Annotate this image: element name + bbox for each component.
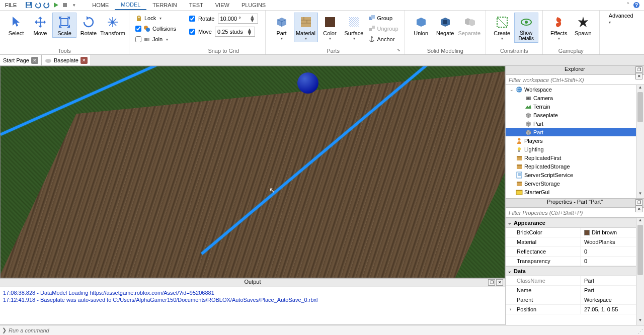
color-button[interactable]: Color▾ — [318, 13, 342, 42]
tab-view[interactable]: VIEW — [209, 0, 235, 10]
close-icon[interactable]: ✕ — [635, 73, 642, 79]
spinner-icon[interactable]: ▲▼ — [247, 28, 253, 35]
separate-button[interactable]: Separate — [457, 13, 481, 38]
snap-move-checkbox[interactable] — [189, 29, 195, 35]
property-row[interactable]: NamePart — [506, 286, 644, 295]
effects-button[interactable]: Effects▾ — [547, 13, 571, 42]
collapse-ribbon-icon[interactable]: ⌃ — [626, 2, 630, 9]
transform-button[interactable]: Transform — [101, 13, 125, 38]
group-button[interactable]: Group — [368, 14, 398, 23]
tree-row[interactable]: Lighting — [506, 145, 644, 153]
tab-plugins[interactable]: PLUGINS — [235, 0, 272, 10]
tab-test[interactable]: TEST — [183, 0, 209, 10]
tree-row[interactable]: ReplicatedFirst — [506, 153, 644, 162]
rotate-button[interactable]: Rotate — [76, 13, 101, 38]
snap-move-input[interactable]: 0.25 studs▲▼ — [215, 27, 255, 37]
tree-row[interactable]: ServerStorage — [506, 179, 644, 188]
resize-grip-icon[interactable]: ⋰ — [638, 328, 643, 334]
property-row[interactable]: ParentWorkspace — [506, 295, 644, 305]
tree-row[interactable]: Camera — [506, 94, 644, 102]
close-icon[interactable]: ✕ — [635, 206, 642, 212]
collisions-button[interactable]: Collisions — [135, 24, 176, 33]
property-value[interactable]: Part — [581, 286, 644, 295]
advanced-button[interactable]: Advanced ▾ — [609, 13, 635, 25]
scrollbar-thumb[interactable] — [637, 92, 643, 122]
property-value[interactable]: 0 — [581, 247, 644, 256]
tree-row[interactable]: ⌄Workspace — [506, 85, 644, 94]
property-row[interactable]: MaterialWoodPlanks — [506, 237, 644, 247]
tab-terrain[interactable]: TERRAIN — [146, 0, 183, 10]
explorer-filter-input[interactable] — [506, 75, 644, 85]
join-button[interactable]: Join▾ — [135, 35, 176, 44]
property-value[interactable]: 27.05, 1, 0.55 — [581, 305, 644, 314]
property-value[interactable]: 0 — [581, 257, 644, 266]
ungroup-button[interactable]: Ungroup — [368, 24, 398, 33]
property-row[interactable]: ClassNamePart — [506, 276, 644, 286]
snap-rotate-checkbox[interactable] — [189, 16, 195, 22]
restore-icon[interactable]: ❐ — [635, 66, 642, 73]
close-icon[interactable]: ✕ — [31, 57, 38, 64]
property-row[interactable]: ›Position27.05, 1, 0.55 — [506, 305, 644, 314]
redo-icon[interactable] — [43, 1, 51, 9]
union-button[interactable]: Union — [409, 13, 433, 38]
command-input[interactable] — [9, 327, 642, 333]
file-menu[interactable]: FILE — [0, 0, 22, 10]
surface-button[interactable]: Surface▾ — [342, 13, 366, 42]
join-checkbox[interactable] — [135, 36, 141, 42]
negate-button[interactable]: Negate — [433, 13, 457, 38]
select-button[interactable]: Select — [4, 13, 28, 38]
tree-row[interactable]: Baseplate — [506, 111, 644, 119]
tree-row[interactable]: Players — [506, 136, 644, 145]
tab-home[interactable]: HOME — [86, 0, 115, 10]
scrollbar[interactable]: ▲▼ — [636, 218, 644, 325]
property-value[interactable]: Part — [581, 276, 644, 285]
expand-icon[interactable]: ⌄ — [509, 87, 514, 92]
output-body[interactable]: 17:08:38.828 - DataModel Loading https:/… — [0, 287, 505, 325]
properties-filter-input[interactable] — [506, 208, 644, 217]
scrollbar-thumb[interactable] — [637, 225, 643, 275]
explorer-tree[interactable]: ⌄WorkspaceCameraTerrainBaseplatePartPart… — [506, 85, 644, 199]
tree-row[interactable]: Terrain — [506, 102, 644, 111]
close-icon[interactable]: ✕ — [80, 57, 88, 64]
part-button[interactable]: Part▾ — [270, 13, 294, 42]
property-category[interactable]: ⌄Appearance — [506, 218, 644, 228]
property-row[interactable]: BrickColorDirt brown — [506, 228, 644, 237]
lock-button[interactable]: Lock▾ — [135, 14, 176, 23]
help-icon[interactable]: ? — [633, 2, 640, 9]
restore-icon[interactable]: ❐ — [488, 279, 495, 286]
create-constraint-button[interactable]: Create▾ — [490, 13, 514, 42]
material-button[interactable]: Material▾ — [294, 13, 318, 42]
scale-button[interactable]: Scale — [52, 13, 76, 38]
tree-row[interactable]: ServerScriptService — [506, 171, 644, 179]
tree-row[interactable]: Part — [506, 128, 644, 136]
snap-rotate-input[interactable]: 10.000 °▲▼ — [218, 14, 258, 24]
property-category[interactable]: ⌄Data — [506, 266, 644, 276]
doctab-startpage[interactable]: Start Page✕ — [0, 55, 42, 65]
scrollbar[interactable]: ▲▼ — [636, 85, 644, 198]
property-value[interactable]: WoodPlanks — [581, 237, 644, 246]
anchor-button[interactable]: Anchor — [368, 35, 398, 44]
spinner-icon[interactable]: ▲▼ — [250, 15, 256, 22]
move-button[interactable]: Move — [28, 13, 52, 38]
property-row[interactable]: Reflectance0 — [506, 247, 644, 257]
collisions-checkbox[interactable] — [135, 26, 141, 32]
property-row[interactable]: Transparency0 — [506, 257, 644, 266]
doctab-baseplate[interactable]: Baseplate✕ — [42, 55, 91, 65]
undo-icon[interactable] — [34, 1, 42, 9]
tree-row[interactable]: ReplicatedStorage — [506, 162, 644, 171]
tree-row[interactable]: StarterGui — [506, 188, 644, 196]
tab-model[interactable]: MODEL — [115, 0, 146, 10]
stop-icon[interactable] — [61, 1, 69, 9]
property-value[interactable]: Dirt brown — [581, 228, 644, 237]
properties-body[interactable]: ⌄AppearanceBrickColorDirt brownMaterialW… — [506, 218, 644, 325]
save-icon[interactable] — [25, 1, 33, 9]
restore-icon[interactable]: ❐ — [635, 199, 642, 206]
viewport-3d[interactable]: ↖ — [0, 66, 505, 278]
tree-row[interactable]: Part — [506, 119, 644, 128]
close-icon[interactable]: ✕ — [496, 279, 503, 286]
property-value[interactable]: Workspace — [581, 295, 644, 304]
qat-dropdown-icon[interactable]: ▼ — [70, 1, 78, 9]
show-details-button[interactable]: Show Details — [514, 13, 538, 43]
spawn-button[interactable]: Spawn — [571, 13, 595, 38]
play-icon[interactable] — [52, 1, 60, 9]
